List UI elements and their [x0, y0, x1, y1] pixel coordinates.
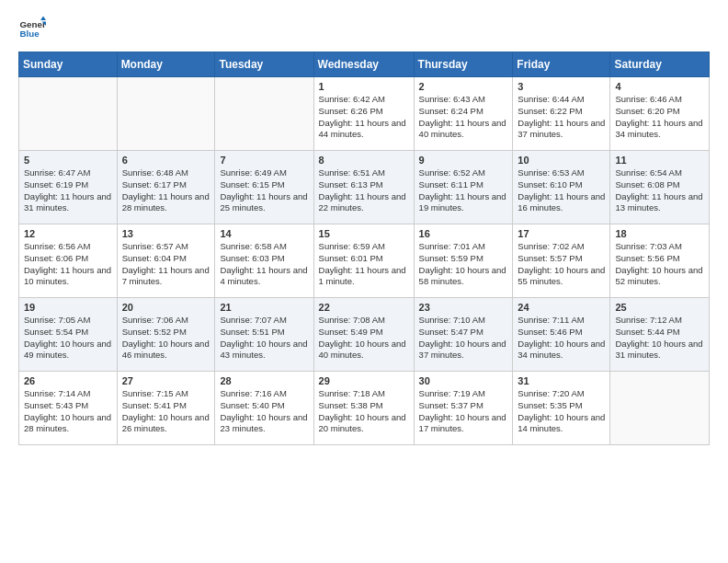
header: General Blue	[18, 15, 710, 42]
day-info: Sunrise: 6:56 AM Sunset: 6:06 PM Dayligh…	[24, 241, 112, 288]
calendar-cell	[610, 372, 710, 445]
calendar-cell: 14Sunrise: 6:58 AM Sunset: 6:03 PM Dayli…	[215, 224, 313, 298]
day-number: 6	[122, 155, 210, 166]
calendar-cell: 26Sunrise: 7:14 AM Sunset: 5:43 PM Dayli…	[19, 372, 118, 445]
weekday-header: Monday	[117, 52, 215, 77]
calendar-cell: 31Sunrise: 7:20 AM Sunset: 5:35 PM Dayli…	[513, 372, 610, 445]
day-number: 12	[24, 228, 112, 239]
day-info: Sunrise: 6:54 AM Sunset: 6:08 PM Dayligh…	[615, 167, 704, 214]
calendar-cell: 9Sunrise: 6:52 AM Sunset: 6:11 PM Daylig…	[414, 151, 513, 224]
calendar-cell: 11Sunrise: 6:54 AM Sunset: 6:08 PM Dayli…	[610, 151, 710, 224]
day-number: 9	[419, 155, 508, 166]
day-info: Sunrise: 6:43 AM Sunset: 6:24 PM Dayligh…	[419, 94, 508, 141]
calendar-cell	[19, 77, 118, 151]
calendar-week-row: 1Sunrise: 6:42 AM Sunset: 6:26 PM Daylig…	[19, 77, 710, 151]
day-info: Sunrise: 6:52 AM Sunset: 6:11 PM Dayligh…	[419, 167, 508, 214]
calendar-week-row: 26Sunrise: 7:14 AM Sunset: 5:43 PM Dayli…	[19, 372, 710, 445]
day-number: 18	[615, 228, 704, 239]
day-number: 13	[122, 228, 210, 239]
day-number: 22	[319, 302, 409, 313]
day-info: Sunrise: 7:15 AM Sunset: 5:41 PM Dayligh…	[122, 388, 210, 435]
calendar-cell: 21Sunrise: 7:07 AM Sunset: 5:51 PM Dayli…	[215, 298, 313, 372]
weekday-header: Tuesday	[215, 52, 313, 77]
calendar-cell	[215, 77, 313, 151]
weekday-header: Thursday	[414, 52, 513, 77]
day-info: Sunrise: 7:11 AM Sunset: 5:46 PM Dayligh…	[518, 315, 605, 362]
svg-text:Blue: Blue	[20, 29, 40, 39]
calendar-cell: 23Sunrise: 7:10 AM Sunset: 5:47 PM Dayli…	[414, 298, 513, 372]
day-info: Sunrise: 6:51 AM Sunset: 6:13 PM Dayligh…	[319, 167, 409, 214]
calendar-week-row: 5Sunrise: 6:47 AM Sunset: 6:19 PM Daylig…	[19, 151, 710, 224]
calendar-cell: 20Sunrise: 7:06 AM Sunset: 5:52 PM Dayli…	[117, 298, 215, 372]
day-info: Sunrise: 7:05 AM Sunset: 5:54 PM Dayligh…	[24, 315, 112, 362]
svg-text:General: General	[20, 19, 47, 29]
day-info: Sunrise: 6:49 AM Sunset: 6:15 PM Dayligh…	[220, 167, 308, 214]
calendar-cell: 10Sunrise: 6:53 AM Sunset: 6:10 PM Dayli…	[513, 151, 610, 224]
calendar-cell: 17Sunrise: 7:02 AM Sunset: 5:57 PM Dayli…	[513, 224, 610, 298]
calendar-cell: 18Sunrise: 7:03 AM Sunset: 5:56 PM Dayli…	[610, 224, 710, 298]
day-number: 17	[518, 228, 605, 239]
day-number: 10	[518, 155, 605, 166]
day-number: 1	[319, 81, 409, 92]
calendar-cell: 3Sunrise: 6:44 AM Sunset: 6:22 PM Daylig…	[513, 77, 610, 151]
day-info: Sunrise: 6:58 AM Sunset: 6:03 PM Dayligh…	[220, 241, 308, 288]
calendar-cell: 25Sunrise: 7:12 AM Sunset: 5:44 PM Dayli…	[610, 298, 710, 372]
day-number: 25	[615, 302, 704, 313]
day-number: 29	[319, 375, 409, 386]
calendar-cell: 30Sunrise: 7:19 AM Sunset: 5:37 PM Dayli…	[414, 372, 513, 445]
day-info: Sunrise: 7:20 AM Sunset: 5:35 PM Dayligh…	[518, 388, 605, 435]
day-number: 21	[220, 302, 308, 313]
day-info: Sunrise: 6:46 AM Sunset: 6:20 PM Dayligh…	[615, 94, 704, 141]
weekday-header: Saturday	[610, 52, 710, 77]
weekday-header: Friday	[513, 52, 610, 77]
weekday-header: Wednesday	[313, 52, 414, 77]
svg-marker-2	[40, 17, 46, 21]
day-info: Sunrise: 6:44 AM Sunset: 6:22 PM Dayligh…	[518, 94, 605, 141]
day-number: 8	[319, 155, 409, 166]
day-number: 31	[518, 375, 605, 386]
day-number: 23	[419, 302, 508, 313]
day-info: Sunrise: 6:42 AM Sunset: 6:26 PM Dayligh…	[319, 94, 409, 141]
day-info: Sunrise: 6:59 AM Sunset: 6:01 PM Dayligh…	[319, 241, 409, 288]
logo: General Blue	[18, 15, 46, 42]
calendar-cell: 15Sunrise: 6:59 AM Sunset: 6:01 PM Dayli…	[313, 224, 414, 298]
day-info: Sunrise: 7:06 AM Sunset: 5:52 PM Dayligh…	[122, 315, 210, 362]
day-number: 30	[419, 375, 508, 386]
calendar-cell: 24Sunrise: 7:11 AM Sunset: 5:46 PM Dayli…	[513, 298, 610, 372]
day-info: Sunrise: 7:08 AM Sunset: 5:49 PM Dayligh…	[319, 315, 409, 362]
day-info: Sunrise: 7:03 AM Sunset: 5:56 PM Dayligh…	[615, 241, 704, 288]
day-number: 15	[319, 228, 409, 239]
day-number: 16	[419, 228, 508, 239]
day-number: 28	[220, 375, 308, 386]
calendar-cell	[117, 77, 215, 151]
day-info: Sunrise: 7:19 AM Sunset: 5:37 PM Dayligh…	[419, 388, 508, 435]
day-info: Sunrise: 7:16 AM Sunset: 5:40 PM Dayligh…	[220, 388, 308, 435]
calendar-cell: 28Sunrise: 7:16 AM Sunset: 5:40 PM Dayli…	[215, 372, 313, 445]
day-info: Sunrise: 6:47 AM Sunset: 6:19 PM Dayligh…	[24, 167, 112, 214]
day-info: Sunrise: 7:10 AM Sunset: 5:47 PM Dayligh…	[419, 315, 508, 362]
logo-icon: General Blue	[18, 15, 46, 42]
weekday-header: Sunday	[19, 52, 118, 77]
day-number: 2	[419, 81, 508, 92]
calendar-cell: 22Sunrise: 7:08 AM Sunset: 5:49 PM Dayli…	[313, 298, 414, 372]
calendar-cell: 29Sunrise: 7:18 AM Sunset: 5:38 PM Dayli…	[313, 372, 414, 445]
calendar-cell: 12Sunrise: 6:56 AM Sunset: 6:06 PM Dayli…	[19, 224, 118, 298]
calendar-cell: 4Sunrise: 6:46 AM Sunset: 6:20 PM Daylig…	[610, 77, 710, 151]
calendar-cell: 19Sunrise: 7:05 AM Sunset: 5:54 PM Dayli…	[19, 298, 118, 372]
day-number: 11	[615, 155, 704, 166]
calendar-cell: 16Sunrise: 7:01 AM Sunset: 5:59 PM Dayli…	[414, 224, 513, 298]
calendar-week-row: 19Sunrise: 7:05 AM Sunset: 5:54 PM Dayli…	[19, 298, 710, 372]
day-info: Sunrise: 7:12 AM Sunset: 5:44 PM Dayligh…	[615, 315, 704, 362]
day-number: 5	[24, 155, 112, 166]
calendar-cell: 5Sunrise: 6:47 AM Sunset: 6:19 PM Daylig…	[19, 151, 118, 224]
day-number: 3	[518, 81, 605, 92]
day-number: 7	[220, 155, 308, 166]
calendar-cell: 6Sunrise: 6:48 AM Sunset: 6:17 PM Daylig…	[117, 151, 215, 224]
calendar-cell: 27Sunrise: 7:15 AM Sunset: 5:41 PM Dayli…	[117, 372, 215, 445]
day-number: 27	[122, 375, 210, 386]
day-number: 14	[220, 228, 308, 239]
calendar-week-row: 12Sunrise: 6:56 AM Sunset: 6:06 PM Dayli…	[19, 224, 710, 298]
day-info: Sunrise: 6:53 AM Sunset: 6:10 PM Dayligh…	[518, 167, 605, 214]
day-number: 4	[615, 81, 704, 92]
day-info: Sunrise: 7:14 AM Sunset: 5:43 PM Dayligh…	[24, 388, 112, 435]
